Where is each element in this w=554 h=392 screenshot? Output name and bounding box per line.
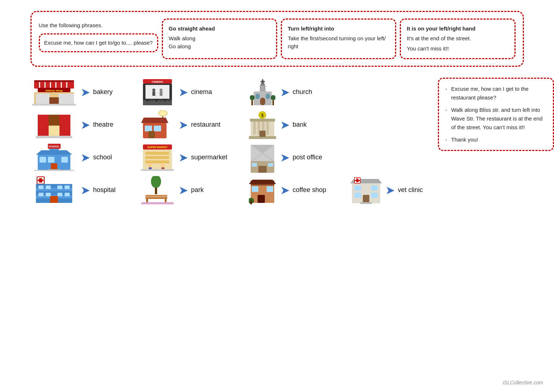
- svg-rect-73: [51, 163, 57, 170]
- svg-text:SUPER MARKET: SUPER MARKET: [147, 146, 168, 148]
- svg-rect-64: [259, 131, 266, 137]
- bakery-item: bakery shop ➤ bakery: [30, 78, 139, 107]
- svg-rect-104: [57, 185, 62, 189]
- park-label: park: [191, 186, 224, 194]
- svg-rect-133: [354, 185, 361, 191]
- bank-item: $: [248, 110, 325, 139]
- svg-rect-125: [267, 186, 273, 192]
- svg-rect-113: [145, 197, 167, 199]
- theatre-icon: [30, 110, 78, 139]
- svg-rect-93: [252, 163, 257, 167]
- svg-rect-106: [38, 193, 44, 196]
- dialogue-box: - Excuse me, how can I get to the restau…: [438, 78, 554, 151]
- top-section: Use the following phrases. Excuse me, ho…: [30, 11, 524, 67]
- vetclinic-icon: [350, 176, 382, 205]
- postoffice-arrow: ➤: [280, 151, 290, 164]
- places-section: bakery shop ➤ bakery: [30, 78, 431, 208]
- svg-rect-136: [371, 193, 378, 198]
- svg-rect-92: [258, 166, 267, 173]
- school-icon: SCHOOL: [30, 143, 78, 172]
- dialogue-line-1: - Excuse me, how can I get to the restau…: [446, 85, 546, 102]
- svg-rect-36: [266, 94, 270, 99]
- supermarket-icon: SUPER MARKET: [139, 143, 176, 172]
- svg-rect-134: [371, 185, 378, 191]
- svg-rect-53: [154, 126, 161, 131]
- svg-marker-44: [38, 115, 49, 136]
- svg-point-19: [152, 89, 155, 91]
- footer-label: iSLCollective.com: [503, 380, 543, 385]
- bakery-label: bakery: [93, 88, 126, 96]
- church-label: church: [293, 88, 325, 96]
- svg-rect-13: [49, 97, 59, 105]
- svg-rect-71: [48, 157, 54, 163]
- svg-marker-69: [36, 150, 72, 155]
- svg-rect-54: [148, 131, 155, 138]
- coffeeshop-icon: Coffee Shop: [248, 176, 277, 205]
- supermarket-label: supermarket: [191, 154, 227, 161]
- supermarket-item: SUPER MARKET: [139, 143, 248, 172]
- svg-point-24: [146, 99, 149, 102]
- vetclinic-arrow: ➤: [385, 183, 395, 197]
- svg-text:SCHOOL: SCHOOL: [49, 145, 60, 148]
- phrase-box-3: Turn left/right into Take the first/seco…: [281, 19, 396, 59]
- svg-rect-97: [38, 180, 44, 181]
- restaurant-label: restaurant: [191, 121, 224, 128]
- cinema-item: CINEMA: [139, 78, 248, 107]
- svg-rect-109: [65, 193, 70, 196]
- vetclinic-label: vet clinic: [398, 186, 431, 194]
- church-arrow: ➤: [280, 85, 290, 99]
- svg-point-28: [164, 99, 167, 102]
- svg-rect-11: [36, 94, 50, 104]
- svg-rect-22: [160, 91, 163, 96]
- svg-rect-70: [40, 157, 46, 163]
- svg-rect-79: [145, 152, 169, 155]
- svg-rect-14: [32, 104, 76, 106]
- svg-point-82: [148, 164, 152, 167]
- postoffice-item: ➤ post office: [248, 143, 325, 172]
- svg-rect-20: [152, 91, 155, 96]
- bank-arrow: ➤: [280, 118, 290, 132]
- cinema-icon: CINEMA: [139, 78, 176, 107]
- svg-rect-127: [250, 201, 252, 204]
- restaurant-icon: [139, 110, 176, 139]
- svg-text:CINEMA: CINEMA: [152, 80, 163, 83]
- svg-rect-135: [354, 193, 361, 198]
- svg-rect-86: [141, 169, 174, 171]
- svg-marker-122: [249, 180, 276, 184]
- vetclinic-item: ➤ vet clinic: [350, 176, 431, 205]
- svg-rect-81: [145, 160, 169, 163]
- svg-rect-110: [50, 196, 58, 203]
- svg-marker-51: [141, 118, 168, 123]
- bank-label: bank: [293, 121, 325, 128]
- coffeeshop-item: Coffee Shop ➤: [248, 176, 350, 205]
- svg-point-25: [151, 99, 153, 102]
- svg-point-84: [161, 164, 165, 167]
- svg-marker-45: [59, 115, 70, 136]
- svg-rect-138: [360, 202, 372, 204]
- row-1: bakery shop ➤ bakery: [30, 78, 431, 107]
- svg-rect-37: [260, 98, 265, 105]
- postoffice-label: post office: [293, 154, 325, 161]
- phrase-box-4: It is on your left/right hand It's at th…: [400, 19, 515, 59]
- school-item: SCHOOL: [30, 143, 139, 172]
- svg-rect-124: [252, 186, 258, 192]
- hospital-arrow: ➤: [81, 183, 90, 197]
- phrase-box-2: Go straight ahead Walk along Go along: [162, 19, 277, 59]
- theatre-arrow: ➤: [81, 118, 90, 132]
- bakery-arrow: ➤: [81, 85, 90, 99]
- svg-rect-72: [61, 157, 68, 163]
- coffeeshop-label: coffee shop: [293, 186, 327, 194]
- row-2: ➤ theatre: [30, 110, 431, 139]
- svg-point-26: [155, 99, 158, 102]
- use-phrases-label: Use the following phrases. Excuse me, ho…: [39, 19, 158, 59]
- svg-rect-7: [34, 80, 74, 82]
- svg-rect-46: [49, 126, 59, 136]
- school-label: school: [93, 154, 126, 161]
- restaurant-arrow: ➤: [178, 118, 188, 132]
- hospital-item: ➤ hospital: [30, 176, 139, 205]
- dialogue-line-3: - Thank you!: [446, 135, 546, 144]
- cinema-label: cinema: [191, 88, 224, 96]
- svg-rect-105: [65, 185, 70, 189]
- svg-point-112: [151, 176, 161, 188]
- svg-point-29: [168, 99, 171, 102]
